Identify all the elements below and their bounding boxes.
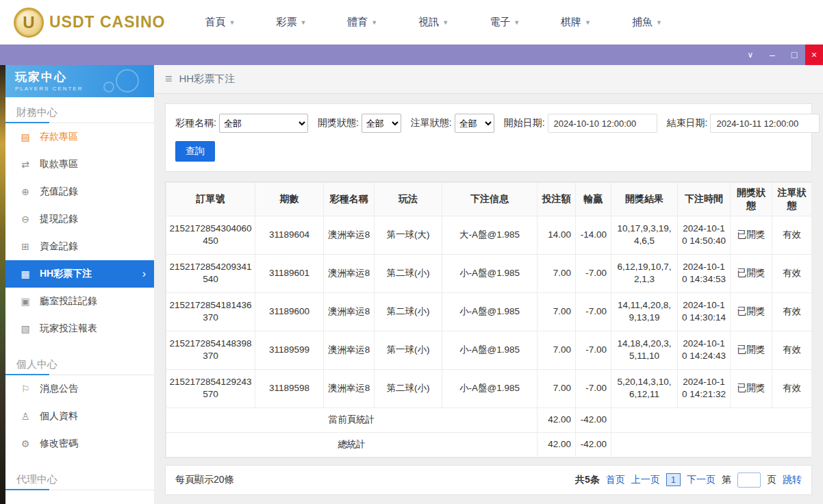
nav-item-board-games[interactable]: 棋牌 ▼ [561,16,591,29]
jump-button[interactable]: 跳转 [783,474,802,486]
cell-order-id: 2152172854181436370 [166,292,255,331]
chevron-down-icon: ▼ [300,19,306,26]
cell-lottery: 澳洲幸运8 [324,331,375,369]
sidebar-item-hh-lottery-bets[interactable]: ▦ HH彩票下注 › [5,260,154,288]
cell-win-loss: -7.00 [576,292,611,331]
col-order-status: 注單狀態 [772,183,812,216]
filter-lottery-name: 彩種名稱: 全部 [175,114,308,133]
poker-chip-decor-icon [103,81,114,92]
sidebar-item-room-bet-records[interactable]: ▣ 廳室投註記錄 [5,288,154,315]
cell-draw-status: 已開獎 [731,331,772,369]
nav-label: 視訊 [418,16,439,29]
first-page-link[interactable]: 首页 [606,474,625,486]
cell-order-id: 2152172854209341540 [166,254,255,292]
table-row: 2152172854304060450 31189604 澳洲幸运8 第一球(大… [166,216,812,254]
sidebar-item-withdrawal-record[interactable]: ⊖ 提現記錄 [5,205,154,233]
nav-item-home[interactable]: 首頁 ▼ [205,16,235,29]
cell-bet-info: 小-A盤@1.985 [442,254,537,292]
section-accent [5,374,49,375]
end-date-label: 結束日期: [667,117,708,129]
nav-item-fishing[interactable]: 捕魚 ▼ [632,16,662,29]
cell-bet-time: 2024-10-10 14:21:32 [678,369,731,407]
cell-play: 第一球(小) [375,331,442,369]
cell-order-status: 有效 [772,369,812,407]
filter-draw-status: 開獎狀態: 全部 [318,114,401,133]
sidebar-section-agent: 代理中心 [5,464,154,490]
sidebar-item-label: 存款專區 [40,131,78,143]
sidebar-item-player-bet-report[interactable]: ▧ 玩家投注報表 [5,315,154,342]
cell-result: 5,20,14,3,10,6,12,11 [611,369,678,407]
col-result: 開獎結果 [611,183,678,216]
sidebar-item-profile[interactable]: ♙ 個人資料 [5,403,154,430]
order-status-select[interactable]: 全部 [455,114,494,133]
cell-draw-status: 已開獎 [731,292,772,331]
cell-period: 31189600 [255,292,324,331]
window-collapse-icon[interactable]: ∨ [739,45,761,65]
grand-summary-empty [611,432,812,457]
menu-toggle-icon[interactable]: ≡ [165,72,173,86]
chevron-down-icon: ▼ [514,19,520,26]
col-bet-info: 下注信息 [442,183,537,216]
nav-label: 電子 [490,16,510,29]
cell-bet-time: 2024-10-10 14:24:43 [678,331,731,369]
poker-chip-decor-icon [116,69,139,92]
sidebar-header: 玩家中心 PLAYERS CENTER [5,65,154,97]
window-titlebar: ∨ – □ × [0,45,823,65]
cell-win-loss: -7.00 [576,254,611,292]
profile-icon: ♙ [19,411,31,422]
window-maximize-button[interactable]: □ [783,45,805,65]
section-title-text: 財務中心 [16,106,58,119]
window-minimize-button[interactable]: – [761,45,783,65]
current-page-button[interactable]: 1 [666,473,681,486]
page-summary-row: 當前頁統計 42.00 -42.00 [166,407,812,432]
cell-amount: 7.00 [537,369,576,407]
grand-summary-winloss: -42.00 [576,432,611,457]
search-button[interactable]: 查詢 [175,141,215,162]
sidebar-item-deposit[interactable]: ▤ 存款專區 [5,123,154,151]
page-summary-winloss: -42.00 [576,407,611,432]
section-title-finance: 財務中心 [5,103,154,123]
cell-bet-time: 2024-10-10 14:34:53 [678,254,731,292]
nav-item-lottery[interactable]: 彩票 ▼ [276,16,306,29]
section-accent [5,122,49,123]
chevron-down-icon: ▼ [229,19,235,26]
sidebar-section-personal: 個人中心 ⚐ 消息公告 ♙ 個人資料 ⚙ 修改密碼 [5,349,154,457]
sidebar-item-change-password[interactable]: ⚙ 修改密碼 [5,430,154,457]
start-date-label: 開始日期: [504,117,545,129]
sidebar-item-announcements[interactable]: ⚐ 消息公告 [5,375,154,403]
bets-table: 訂單號 期數 彩種名稱 玩法 下注信息 投注額 輸贏 開獎結果 下注時間 開獎狀… [166,182,812,457]
window-close-button[interactable]: × [805,45,823,65]
cell-bet-info: 小-A盤@1.985 [442,331,537,369]
next-page-link[interactable]: 下一页 [687,474,716,486]
start-date-input[interactable] [548,114,657,133]
sidebar-item-topup-record[interactable]: ⊕ 充值記錄 [5,178,154,205]
end-date-input[interactable] [710,114,820,133]
filter-row: 彩種名稱: 全部 開獎狀態: 全部 注單狀態: [175,114,802,133]
room-bet-records-icon: ▣ [19,296,31,307]
nav-item-sports[interactable]: 體育 ▼ [347,16,377,29]
prev-page-link[interactable]: 上一页 [631,474,660,486]
pagination: 共5条 首页 上一页 1 下一页 第 页 跳转 [575,473,802,488]
sidebar-item-withdraw[interactable]: ⇄ 取款專區 [5,151,154,178]
draw-status-select[interactable]: 全部 [362,114,401,133]
filter-start-date: 開始日期: [504,114,657,133]
sidebar-item-label: 玩家投注報表 [40,323,97,335]
filter-order-status: 注單狀態: 全部 [411,114,494,133]
background-strip [0,65,5,504]
cell-bet-info: 小-A盤@1.985 [442,292,537,331]
cell-bet-info: 大-A盤@1.985 [442,216,537,254]
nav-item-live-video[interactable]: 視訊 ▼ [418,16,448,29]
withdraw-icon: ⇄ [19,159,31,170]
withdrawal-record-icon: ⊖ [19,214,31,225]
cell-result: 6,12,19,10,7,2,1,3 [611,254,678,292]
grand-summary-amount: 42.00 [537,432,576,457]
page-jump-input[interactable] [737,473,761,488]
lottery-name-select[interactable]: 全部 [219,114,308,133]
top-navigation: 首頁 ▼ 彩票 ▼ 體育 ▼ 視訊 ▼ 電子 ▼ 棋牌 ▼ [205,16,661,29]
brand: U USDT CASINO [14,8,165,38]
cell-bet-time: 2024-10-10 14:50:40 [678,216,731,254]
sidebar-item-funds-record[interactable]: ⊞ 資金記錄 [5,233,154,260]
cell-draw-status: 已開獎 [731,369,772,407]
nav-item-slots[interactable]: 電子 ▼ [490,16,520,29]
jump-page-label-post: 页 [767,474,776,486]
